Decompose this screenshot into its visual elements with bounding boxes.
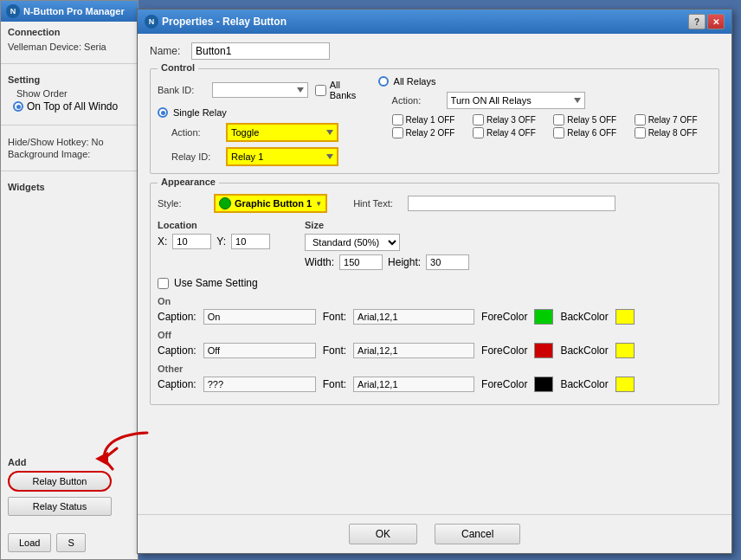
- off-font-input[interactable]: [353, 343, 474, 358]
- hint-text-input[interactable]: [408, 196, 615, 211]
- cancel-button[interactable]: Cancel: [435, 524, 520, 544]
- relay-3-label: Relay 3: [486, 115, 516, 125]
- y-label: Y:: [216, 235, 226, 248]
- relay-id-label: Relay ID:: [171, 151, 219, 162]
- app-titlebar: N N-Button Pro Manager: [1, 1, 138, 22]
- single-relay-radio[interactable]: [158, 107, 168, 118]
- y-input[interactable]: [231, 234, 270, 249]
- control-section: Control Bank ID: All Banks: [150, 68, 719, 174]
- relay-button-add[interactable]: Relay Button: [8, 471, 112, 492]
- relay-4-state: OFF: [519, 128, 536, 138]
- on-top-radio[interactable]: [13, 101, 23, 112]
- green-circle-icon: [219, 197, 231, 209]
- app-title: N-Button Pro Manager: [23, 6, 125, 16]
- relay-8-check-item: Relay 8 OFF: [635, 127, 712, 138]
- all-banks-checkbox[interactable]: [315, 85, 326, 96]
- relay-3-checkbox[interactable]: [473, 114, 484, 126]
- off-forecolor-box[interactable]: [534, 343, 553, 358]
- connection-section-title: Connection: [8, 27, 131, 37]
- relay-1-label: Relay 1: [406, 115, 435, 125]
- show-order-label: Show Order: [8, 88, 131, 99]
- relay-5-checkbox[interactable]: [553, 114, 564, 126]
- dialog-icon: N: [145, 15, 158, 29]
- relay-2-check-item: Relay 2 OFF: [392, 127, 469, 138]
- on-backcolor-box[interactable]: [615, 309, 635, 325]
- name-input[interactable]: [191, 42, 330, 60]
- x-label: X:: [158, 235, 167, 248]
- setting-section-title: Setting: [8, 74, 131, 85]
- relay-id-select[interactable]: Relay 1: [226, 147, 338, 166]
- relay-1-check-item: Relay 1 OFF: [392, 114, 469, 126]
- relay-1-state: OFF: [437, 115, 454, 125]
- other-backcolor-box[interactable]: [615, 377, 635, 392]
- dialog-titlebar: N Properties - Relay Button ? ✕: [138, 10, 731, 34]
- other-section-label: Other: [158, 364, 712, 374]
- all-action-label: Action:: [392, 95, 440, 106]
- size-select[interactable]: Standard (50%): [305, 234, 400, 251]
- relay-4-check-item: Relay 4 OFF: [473, 127, 550, 138]
- bank-id-select[interactable]: [212, 82, 308, 98]
- height-label: Height:: [388, 256, 421, 268]
- location-label: Location: [158, 220, 270, 230]
- relay-2-label: Relay 2: [406, 128, 435, 138]
- relay-2-checkbox[interactable]: [392, 127, 403, 138]
- relay-8-checkbox[interactable]: [635, 127, 646, 138]
- all-banks-checkbox-label: All Banks: [315, 80, 364, 100]
- relay-7-checkbox[interactable]: [635, 114, 646, 126]
- relay-6-check-item: Relay 6 OFF: [553, 127, 630, 138]
- on-font-input[interactable]: [353, 309, 474, 325]
- relay-3-check-item: Relay 3 OFF: [473, 114, 550, 126]
- other-forecolor-box[interactable]: [534, 377, 553, 392]
- on-caption-input[interactable]: [203, 309, 316, 325]
- other-font-input[interactable]: [353, 377, 474, 392]
- off-backcolor-label: BackColor: [560, 344, 608, 357]
- dialog-footer: OK Cancel: [138, 514, 731, 553]
- other-caption-label: Caption:: [158, 378, 197, 390]
- style-value: Graphic Button 1: [235, 198, 312, 209]
- width-label: Width:: [305, 256, 334, 268]
- width-input[interactable]: [339, 254, 383, 270]
- use-same-setting-label: Use Same Setting: [174, 277, 258, 289]
- on-caption-label: Caption:: [158, 311, 197, 323]
- bank-id-label: Bank ID:: [158, 85, 205, 95]
- action-label: Action:: [171, 127, 219, 138]
- other-backcolor-label: BackColor: [560, 378, 608, 390]
- use-same-setting-checkbox[interactable]: [158, 278, 169, 289]
- on-section-label: On: [158, 296, 712, 306]
- help-button[interactable]: ?: [688, 14, 706, 29]
- style-select-wrapper[interactable]: Graphic Button 1 ▼: [214, 194, 327, 213]
- other-forecolor-label: ForeColor: [481, 378, 527, 390]
- app-icon: N: [6, 4, 20, 18]
- style-dropdown-arrow: ▼: [315, 200, 322, 208]
- ok-button[interactable]: OK: [349, 524, 417, 544]
- relay-4-checkbox[interactable]: [473, 127, 484, 138]
- relay-5-state: OFF: [599, 115, 616, 125]
- save-button[interactable]: S: [56, 533, 85, 552]
- all-relays-radio[interactable]: [378, 76, 389, 87]
- hotkey-row: Hide/Show Hotkey: No: [8, 136, 131, 148]
- appearance-section-label: Appearance: [158, 177, 219, 187]
- action-select[interactable]: Toggle: [226, 123, 338, 142]
- name-label: Name:: [150, 45, 184, 57]
- height-input[interactable]: [426, 254, 469, 270]
- other-caption-input[interactable]: [203, 377, 316, 392]
- relay-6-label: Relay 6: [567, 128, 596, 138]
- x-input[interactable]: [172, 234, 211, 249]
- on-font-label: Font:: [323, 311, 346, 323]
- on-forecolor-box[interactable]: [534, 309, 553, 325]
- off-caption-input[interactable]: [203, 343, 316, 358]
- relay-5-check-item: Relay 5 OFF: [553, 114, 630, 126]
- close-button[interactable]: ✕: [707, 14, 725, 29]
- style-label: Style:: [158, 198, 205, 209]
- relay-8-label: Relay 8: [648, 128, 678, 138]
- relay-6-checkbox[interactable]: [553, 127, 564, 138]
- relay-status-add[interactable]: Relay Status: [8, 497, 112, 516]
- off-backcolor-box[interactable]: [615, 343, 635, 358]
- relay-1-checkbox[interactable]: [392, 114, 403, 126]
- all-action-select[interactable]: Turn ON All Relays: [447, 92, 585, 109]
- off-section-label: Off: [158, 330, 712, 340]
- widgets-section-title: Widgets: [8, 182, 131, 192]
- relay-7-label: Relay 7: [648, 115, 678, 125]
- relay-7-check-item: Relay 7 OFF: [635, 114, 712, 126]
- load-button[interactable]: Load: [8, 533, 51, 552]
